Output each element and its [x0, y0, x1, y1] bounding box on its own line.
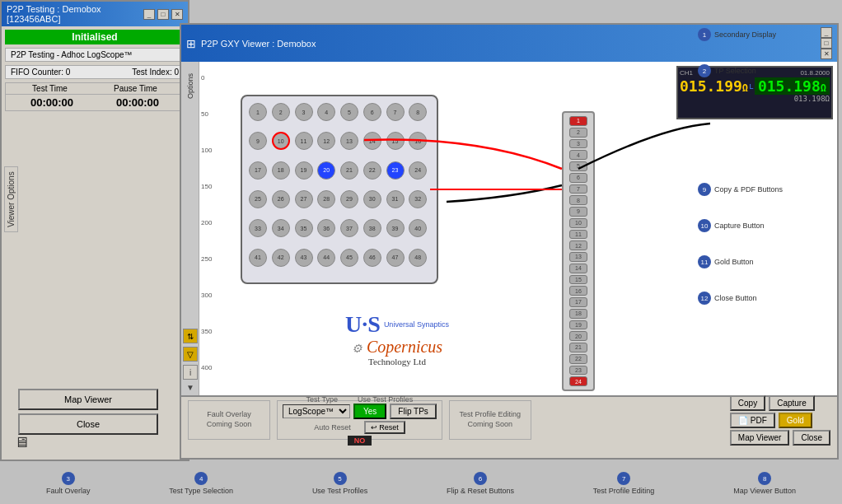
pcb-pin-18[interactable]: 18 — [272, 161, 290, 180]
pcb-pin-29[interactable]: 29 — [340, 190, 358, 208]
connector-pin-9[interactable]: 9 — [569, 207, 587, 217]
connector-pin-12[interactable]: 12 — [569, 240, 587, 250]
reset-btn[interactable]: ↩ Reset — [364, 421, 405, 434]
pcb-pin-37[interactable]: 37 — [340, 219, 358, 237]
pcb-pin-31[interactable]: 31 — [386, 190, 405, 208]
side-icons: ⇅ ▽ i ▼ — [181, 329, 199, 392]
connector-pin-17[interactable]: 17 — [569, 297, 587, 307]
pcb-pin-39[interactable]: 39 — [386, 219, 405, 237]
pcb-pin-30[interactable]: 30 — [363, 190, 381, 208]
side-icon-info[interactable]: i — [183, 365, 198, 380]
pcb-pin-47[interactable]: 47 — [386, 249, 405, 267]
pcb-pin-20[interactable]: 20 — [317, 161, 335, 180]
outer-maximize-btn[interactable]: □ — [157, 9, 169, 20]
connector-pin-5[interactable]: 5 — [569, 161, 587, 171]
pcb-pin-40[interactable]: 40 — [409, 219, 427, 237]
side-ann-11: 11 Gold Button — [698, 255, 842, 268]
close-button-left[interactable]: Close — [18, 413, 158, 435]
use-test-profiles-btn[interactable]: Yes — [353, 404, 386, 419]
connector-pin-23[interactable]: 23 — [569, 366, 587, 376]
side-icon-arrows[interactable]: ⇅ — [183, 329, 198, 343]
pcb-pin-2[interactable]: 2 — [272, 103, 290, 121]
connector-pin-14[interactable]: 14 — [569, 264, 587, 273]
connector-pin-20[interactable]: 20 — [569, 331, 587, 341]
pcb-pin-17[interactable]: 17 — [249, 161, 267, 180]
connector-pin-2[interactable]: 2 — [569, 128, 587, 138]
connector-pin-6[interactable]: 6 — [569, 173, 587, 183]
pcb-pin-13[interactable]: 13 — [340, 132, 358, 150]
status-bar: Initialised — [5, 30, 185, 44]
pcb-pin-33[interactable]: 33 — [249, 219, 267, 237]
connector-pin-4[interactable]: 4 — [569, 150, 587, 160]
pcb-pin-43[interactable]: 43 — [295, 249, 313, 267]
map-viewer-button-main[interactable]: Map Viewer — [730, 430, 790, 446]
connector-pin-3[interactable]: 3 — [569, 139, 587, 149]
pcb-pin-12[interactable]: 12 — [317, 132, 335, 150]
pcb-pin-6[interactable]: 6 — [363, 103, 381, 121]
close-button-main[interactable]: Close — [793, 430, 830, 446]
connector-pin-8[interactable]: 8 — [569, 195, 587, 205]
ann-circle-5: 5 — [334, 472, 347, 485]
right-btn-row-2: 📄 PDF Gold — [730, 413, 830, 428]
pcb-pin-9[interactable]: 9 — [249, 132, 267, 150]
pcb-pin-10[interactable]: 10 — [272, 132, 290, 150]
connector-pin-16[interactable]: 16 — [569, 286, 587, 296]
pcb-pin-44[interactable]: 44 — [317, 249, 335, 267]
connector-pin-11[interactable]: 11 — [569, 230, 587, 240]
connector-pin-21[interactable]: 21 — [569, 343, 587, 352]
pcb-pin-8[interactable]: 8 — [409, 103, 427, 121]
pcb-pin-23[interactable]: 23 — [386, 161, 405, 180]
pcb-pin-26[interactable]: 26 — [272, 190, 290, 208]
pdf-button[interactable]: 📄 PDF — [730, 413, 775, 428]
pcb-pin-7[interactable]: 7 — [386, 103, 405, 121]
gold-button[interactable]: Gold — [779, 413, 812, 428]
flip-tps-btn[interactable]: Flip TPs — [390, 404, 437, 419]
pcb-pin-15[interactable]: 15 — [386, 132, 405, 150]
y-label-50: 50 — [201, 110, 218, 147]
pcb-pin-42[interactable]: 42 — [272, 249, 290, 267]
pcb-pin-35[interactable]: 35 — [295, 219, 313, 237]
side-ann-tp-selection: TP Selection — [714, 67, 756, 75]
pcb-pin-22[interactable]: 22 — [363, 161, 381, 180]
capture-button[interactable]: Capture — [769, 395, 815, 411]
pcb-pin-21[interactable]: 21 — [340, 161, 358, 180]
pcb-pin-46[interactable]: 46 — [363, 249, 381, 267]
connector-pin-10[interactable]: 10 — [569, 218, 587, 228]
test-type-select[interactable]: LogScope™ — [283, 404, 350, 418]
pcb-pin-25[interactable]: 25 — [249, 190, 267, 208]
connector-pin-15[interactable]: 15 — [569, 275, 587, 285]
connector-pin-18[interactable]: 18 — [569, 309, 587, 319]
pcb-pin-45[interactable]: 45 — [340, 249, 358, 267]
side-ann-2: 2 TP Selection — [698, 64, 842, 77]
map-viewer-button-left[interactable]: Map Viewer — [18, 389, 158, 410]
pcb-pin-27[interactable]: 27 — [295, 190, 313, 208]
pcb-pin-16[interactable]: 16 — [409, 132, 427, 150]
side-icon-filter[interactable]: ▽ — [183, 347, 198, 362]
outer-close-btn[interactable]: ✕ — [171, 9, 183, 20]
pcb-pin-41[interactable]: 41 — [249, 249, 267, 267]
connector-pin-7[interactable]: 7 — [569, 184, 587, 194]
pcb-pin-24[interactable]: 24 — [409, 161, 427, 180]
connector-pin-1[interactable]: 1 — [569, 116, 587, 126]
pcb-pin-19[interactable]: 19 — [295, 161, 313, 180]
outer-minimize-btn[interactable]: _ — [143, 9, 155, 20]
copy-button[interactable]: Copy — [730, 395, 765, 411]
pcb-pin-11[interactable]: 11 — [295, 132, 313, 150]
pcb-pin-48[interactable]: 48 — [409, 249, 427, 267]
pcb-pin-38[interactable]: 38 — [363, 219, 381, 237]
pcb-pin-32[interactable]: 32 — [409, 190, 427, 208]
pcb-pin-34[interactable]: 34 — [272, 219, 290, 237]
pcb-pin-5[interactable]: 5 — [340, 103, 358, 121]
pcb-pin-36[interactable]: 36 — [317, 219, 335, 237]
side-icon-arrow-down[interactable]: ▼ — [186, 383, 194, 392]
pcb-pin-4[interactable]: 4 — [317, 103, 335, 121]
pcb-pin-3[interactable]: 3 — [295, 103, 313, 121]
ann-flip-reset: 6 Flip & Reset Buttons — [447, 472, 514, 495]
pcb-pin-1[interactable]: 1 — [249, 103, 267, 121]
connector-pin-19[interactable]: 19 — [569, 320, 587, 330]
pcb-pin-28[interactable]: 28 — [317, 190, 335, 208]
pcb-pin-14[interactable]: 14 — [363, 132, 381, 150]
connector-pin-24[interactable]: 24 — [569, 376, 587, 386]
connector-pin-13[interactable]: 13 — [569, 252, 587, 262]
connector-pin-22[interactable]: 22 — [569, 354, 587, 364]
